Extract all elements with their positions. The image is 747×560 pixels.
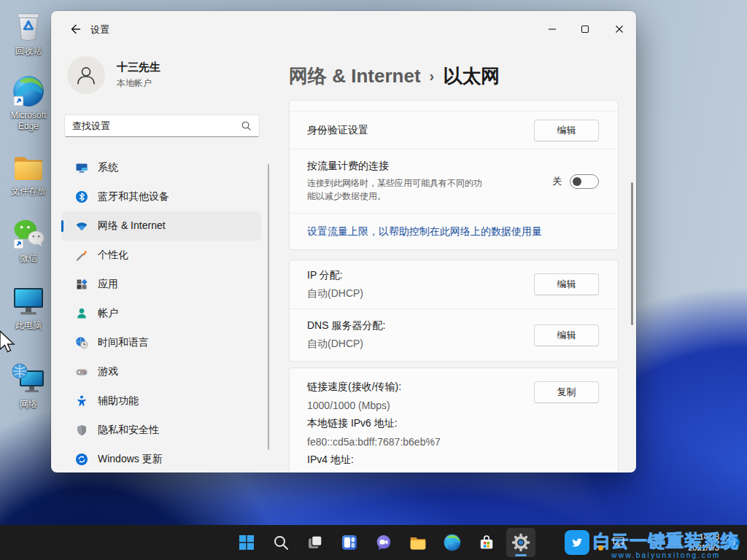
avatar bbox=[67, 56, 105, 94]
authentication-edit-button[interactable]: 编辑 bbox=[534, 120, 599, 141]
search-input[interactable]: 查找设置 bbox=[64, 114, 260, 137]
card-ethernet-properties: 身份验证设置 编辑 按流量计费的连接 连接到此网络时，某些应用可能具有不同的功能… bbox=[289, 100, 619, 250]
ipv4-label: IPv4 地址: bbox=[307, 454, 441, 467]
desktop-icon-wechat[interactable]: 微信 bbox=[3, 216, 54, 264]
bluetooth-icon bbox=[75, 190, 88, 203]
task-view-icon bbox=[306, 534, 324, 551]
sidebar-item-label: 辅助功能 bbox=[98, 394, 139, 408]
windows-start-icon bbox=[238, 534, 255, 551]
link-speed-row: 链接速度(接收/传输): 1000/1000 (Mbps) 本地链接 IPv6 … bbox=[290, 368, 618, 472]
desktop-icon-network[interactable]: 网络 bbox=[3, 362, 54, 410]
sidebar-item-time-language[interactable]: 时间和语言 bbox=[61, 328, 261, 357]
desktop-icon-label: 文件存放 bbox=[3, 186, 54, 197]
network-icon bbox=[3, 362, 54, 397]
titlebar[interactable]: 设置 bbox=[51, 11, 636, 47]
twitter-bird-icon bbox=[569, 534, 585, 551]
sidebar-item-label: 帐户 bbox=[98, 307, 118, 320]
desktop-icon-label: 网络 bbox=[3, 399, 54, 410]
content-scrollbar[interactable] bbox=[631, 182, 633, 325]
chat-button[interactable] bbox=[369, 528, 398, 557]
system-icon bbox=[75, 161, 88, 174]
metered-connection-row: 按流量计费的连接 连接到此网络时，某些应用可能具有不同的功能以减少数据使用。 关 bbox=[290, 149, 618, 213]
content-pane: 网络 & Internet›以太网 身份验证设置 编辑 按流量计费的连接 连接到… bbox=[289, 47, 636, 472]
edge-icon bbox=[443, 533, 462, 552]
sidebar-item-accessibility[interactable]: 辅助功能 bbox=[61, 386, 261, 416]
edge-icon bbox=[3, 73, 54, 108]
settings-button[interactable] bbox=[506, 528, 535, 557]
sidebar-item-label: 个性化 bbox=[98, 249, 128, 262]
data-limit-link[interactable]: 设置流量上限，以帮助控制在此网络上的数据使用量 bbox=[307, 225, 542, 238]
sidebar-item-bluetooth[interactable]: 蓝牙和其他设备 bbox=[61, 182, 261, 211]
twitter-tray-icon[interactable] bbox=[565, 530, 589, 555]
minimize-button[interactable] bbox=[535, 11, 569, 47]
sidebar-item-label: 应用 bbox=[98, 278, 118, 291]
selected-accent-bar bbox=[61, 220, 63, 232]
settings-cards: 身份验证设置 编辑 按流量计费的连接 连接到此网络时，某些应用可能具有不同的功能… bbox=[289, 100, 619, 472]
edge-button[interactable] bbox=[438, 528, 467, 557]
windows-update-icon bbox=[75, 453, 88, 466]
sidebar-item-system[interactable]: 系统 bbox=[61, 153, 261, 182]
desktop-icon-this-pc[interactable]: 此电脑 bbox=[3, 283, 54, 331]
sidebar-nav: 系统 蓝牙和其他设备 网络 & Internet 个性化 bbox=[61, 153, 261, 472]
sidebar-item-accounts[interactable]: 帐户 bbox=[61, 299, 261, 328]
sidebar-item-apps[interactable]: 应用 bbox=[61, 270, 261, 299]
this-pc-icon bbox=[3, 283, 54, 318]
sidebar-item-personalization[interactable]: 个性化 bbox=[61, 241, 261, 270]
accessibility-icon bbox=[75, 394, 88, 408]
sidebar-item-label: 蓝牙和其他设备 bbox=[98, 190, 169, 203]
file-explorer-button[interactable] bbox=[403, 528, 433, 557]
sidebar-item-privacy-security[interactable]: 隐私和安全性 bbox=[61, 416, 261, 445]
toggle-state-label: 关 bbox=[552, 175, 562, 188]
start-button[interactable] bbox=[232, 528, 261, 557]
card-link-speed: 链接速度(接收/传输): 1000/1000 (Mbps) 本地链接 IPv6 … bbox=[289, 368, 619, 472]
desktop-icon-edge[interactable]: Microsoft Edge bbox=[3, 73, 54, 132]
metered-toggle[interactable] bbox=[570, 174, 599, 189]
ip-edit-button[interactable]: 编辑 bbox=[534, 273, 599, 295]
back-button[interactable] bbox=[63, 18, 88, 41]
widgets-button[interactable] bbox=[335, 528, 364, 557]
authentication-row: 身份验证设置 编辑 bbox=[290, 111, 618, 149]
file-explorer-icon bbox=[409, 533, 427, 552]
dns-edit-button[interactable]: 编辑 bbox=[534, 324, 599, 346]
desktop-icon-folder[interactable]: 文件存放 bbox=[3, 149, 54, 197]
ip-assignment-value: 自动(DHCP) bbox=[307, 287, 363, 300]
store-button[interactable] bbox=[472, 528, 501, 557]
notification-badge[interactable]: 3 bbox=[727, 536, 740, 549]
tray-clock[interactable]: 14:23 2021/9/3 bbox=[688, 532, 719, 554]
ipv6-label: 本地链接 IPv6 地址: bbox=[307, 417, 441, 430]
sidebar-item-windows-update[interactable]: Windows 更新 bbox=[61, 445, 261, 472]
breadcrumb-current: 以太网 bbox=[443, 65, 500, 87]
task-view-button[interactable] bbox=[301, 528, 330, 557]
sidebar-item-network-internet[interactable]: 网络 & Internet bbox=[61, 211, 261, 241]
maximize-button[interactable] bbox=[568, 11, 602, 47]
tray-time: 14:23 bbox=[688, 532, 719, 542]
partial-row bbox=[290, 101, 618, 111]
settings-gear-icon bbox=[511, 533, 530, 552]
sidebar-item-gaming[interactable]: 游戏 bbox=[61, 357, 261, 386]
mouse-cursor bbox=[0, 330, 15, 357]
desktop-icon-label: 回收站 bbox=[3, 46, 54, 57]
account-section[interactable]: 十三先生 本地帐户 bbox=[67, 56, 160, 94]
gaming-icon bbox=[75, 365, 88, 378]
data-limit-row: 设置流量上限，以帮助控制在此网络上的数据使用量 bbox=[290, 213, 618, 249]
tray-date: 2021/9/3 bbox=[688, 542, 719, 553]
ip-assignment-label: IP 分配: bbox=[307, 269, 363, 282]
metered-title: 按流量计费的连接 bbox=[307, 160, 482, 173]
taskbar-search-button[interactable] bbox=[266, 528, 295, 557]
apps-icon bbox=[75, 278, 88, 291]
copy-button[interactable]: 复制 bbox=[534, 381, 599, 403]
dns-assignment-row: DNS 服务器分配: 自动(DHCP) 编辑 bbox=[290, 308, 618, 361]
search-icon bbox=[241, 120, 252, 131]
desktop-icon-label: 微信 bbox=[3, 253, 54, 264]
link-speed-label: 链接速度(接收/传输): bbox=[307, 381, 441, 394]
active-app-indicator bbox=[515, 554, 527, 556]
close-button[interactable] bbox=[603, 11, 636, 47]
desktop-icon-recycle-bin[interactable]: 回收站 bbox=[3, 9, 54, 57]
desktop-icon-label: Microsoft Edge bbox=[3, 110, 54, 132]
folder-icon bbox=[3, 149, 54, 184]
personalization-icon bbox=[75, 249, 88, 262]
breadcrumb-parent[interactable]: 网络 & Internet bbox=[289, 65, 421, 87]
sidebar-scrollbar[interactable] bbox=[268, 164, 269, 450]
recycle-bin-icon bbox=[3, 9, 54, 44]
settings-window: 设置 十三先生 本地帐户 查找设置 bbox=[51, 11, 636, 472]
